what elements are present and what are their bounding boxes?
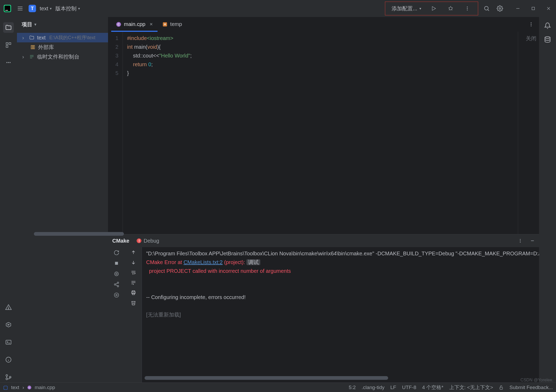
line-number: 4 (108, 60, 118, 69)
svg-rect-79 (500, 387, 503, 389)
tool-tab-cmake[interactable]: CMake (112, 238, 129, 244)
minimize-panel-icon[interactable] (530, 238, 535, 243)
svg-marker-6 (432, 7, 436, 11)
breadcrumb-file[interactable]: main.cpp (35, 385, 55, 390)
run-config-box: 添加配置... ▾ (385, 2, 478, 15)
indent[interactable]: 4 个空格* (422, 384, 443, 391)
project-badge: T (29, 5, 36, 12)
svg-text:C: C (118, 23, 120, 26)
horizontal-scrollbar[interactable] (34, 232, 124, 236)
structure-tool-icon[interactable] (3, 40, 14, 50)
tool-side-actions (108, 247, 125, 382)
stop-icon[interactable] (114, 260, 119, 266)
close-icon[interactable]: × (150, 21, 153, 27)
clang-tidy[interactable]: .clang-tidy (362, 385, 385, 390)
feedback-link[interactable]: Submit Feedback... (509, 385, 553, 390)
tree-root[interactable]: › text E:\A我的C++程序\text (17, 33, 108, 42)
vcs-dropdown[interactable]: 版本控制 ▾ (55, 5, 80, 12)
console-link[interactable]: CMakeLists.txt:2 (183, 259, 223, 265)
debug-icon[interactable] (446, 4, 455, 13)
project-tree: › text E:\A我的C++程序\text 外部库 › (17, 32, 108, 63)
share-icon[interactable] (114, 282, 119, 287)
cursor-position[interactable]: 5:2 (349, 385, 356, 390)
notifications-icon[interactable] (544, 22, 551, 29)
attach-icon[interactable] (114, 271, 119, 277)
tool-tab-debug[interactable]: ! Debug (137, 238, 159, 244)
chevron-down-icon: ▾ (34, 22, 36, 26)
hamburger-menu-icon[interactable] (15, 4, 25, 13)
info-tool-icon[interactable] (3, 354, 14, 365)
run-icon[interactable] (429, 4, 438, 13)
close-panel-link[interactable]: 关闭 (521, 35, 536, 42)
tool-tabbar: CMake ! Debug (108, 234, 539, 247)
line-gutter: 1 2 3 4 5 (108, 32, 123, 234)
gear-icon[interactable] (495, 4, 505, 13)
tree-external-libraries[interactable]: 外部库 (17, 42, 108, 52)
line-number: 3 (108, 51, 118, 60)
project-sidebar: 项目 ▾ › text E:\A我的C++程序\text 外部库 (17, 17, 108, 382)
add-configuration-dropdown[interactable]: 添加配置... ▾ (392, 5, 421, 12)
tree-ext-lib-label: 外部库 (38, 44, 54, 51)
svg-point-53 (531, 25, 531, 26)
horizontal-scrollbar[interactable] (145, 376, 388, 380)
search-icon[interactable] (482, 4, 491, 13)
problems-tool-icon[interactable] (3, 302, 14, 313)
context[interactable]: 上下文: <无上下文> (449, 384, 493, 391)
down-arrow-icon[interactable] (131, 260, 136, 265)
console-output[interactable]: "D:\Program Files\Toolbox APP\JetBrains\… (142, 247, 539, 382)
up-arrow-icon[interactable] (131, 250, 136, 255)
statusbar: ▢ text › C main.cpp 5:2 .clang-tidy LF U… (0, 382, 556, 392)
wrap-icon[interactable] (131, 270, 136, 275)
tab-temp[interactable]: H temp (158, 17, 187, 32)
svg-rect-23 (6, 43, 8, 44)
scroll-end-icon[interactable] (131, 280, 136, 285)
left-rail (0, 17, 17, 382)
terminal-tool-icon[interactable] (3, 337, 14, 348)
sidebar-header[interactable]: 项目 ▾ (17, 17, 108, 32)
svg-rect-25 (6, 46, 8, 47)
project-dropdown[interactable]: text ▾ (40, 6, 52, 12)
editor[interactable]: 1 2 3 4 5 #include<iostream> int main(vo… (108, 32, 539, 234)
project-name-label: text (40, 6, 48, 12)
tab-main-cpp[interactable]: C main.cpp × (111, 17, 158, 32)
svg-point-54 (520, 239, 521, 240)
more-vertical-icon[interactable] (518, 238, 523, 243)
svg-marker-31 (6, 322, 11, 327)
reload-icon[interactable] (114, 250, 119, 256)
more-vertical-icon[interactable] (463, 4, 472, 13)
tree-scratches[interactable]: › 临时文件和控制台 (17, 52, 108, 61)
more-tool-icon[interactable] (3, 57, 14, 68)
chevron-down-icon: ▾ (419, 6, 421, 11)
git-tool-icon[interactable] (3, 372, 14, 382)
right-rail (539, 17, 556, 382)
services-tool-icon[interactable] (3, 319, 14, 330)
database-icon[interactable] (544, 36, 551, 43)
svg-point-67 (114, 293, 119, 297)
console-line: -- Configuring incomplete, errors occurr… (146, 294, 246, 300)
line-number: 1 (108, 34, 118, 43)
trash-icon[interactable] (131, 300, 136, 305)
code-area[interactable]: #include<iostream> int main(void){ std::… (123, 32, 518, 234)
svg-point-62 (114, 284, 116, 285)
svg-rect-43 (34, 45, 34, 49)
settings-icon[interactable] (114, 292, 119, 298)
window-maximize-icon[interactable] (529, 4, 537, 13)
breadcrumb-module[interactable]: text (11, 385, 19, 390)
svg-point-56 (520, 242, 521, 243)
print-icon[interactable] (131, 290, 136, 295)
chevron-down-icon: ▾ (78, 6, 80, 11)
svg-point-28 (10, 62, 11, 63)
more-vertical-icon[interactable] (523, 22, 539, 27)
chevron-right-icon: › (22, 35, 26, 41)
svg-line-9 (449, 8, 450, 8)
lock-icon[interactable] (499, 385, 504, 390)
cpp-file-icon: C (27, 385, 32, 390)
window-minimize-icon[interactable] (514, 4, 522, 13)
line-ending[interactable]: LF (390, 385, 396, 390)
svg-point-59 (115, 272, 119, 276)
project-tool-icon[interactable] (3, 22, 14, 33)
encoding[interactable]: UTF-8 (402, 385, 416, 390)
window-close-icon[interactable] (544, 4, 553, 13)
svg-rect-2 (5, 10, 8, 11)
svg-line-64 (116, 283, 117, 284)
